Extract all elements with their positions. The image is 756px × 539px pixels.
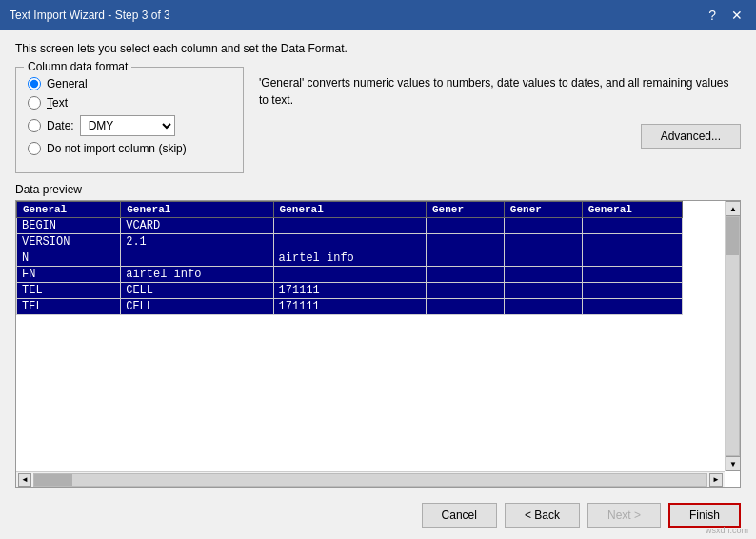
table-cell: FN [17,267,121,283]
dialog-body: This screen lets you select each column … [0,30,756,539]
preview-table: GeneralGeneralGeneralGenerGenerGeneral B… [16,201,683,315]
table-cell: TEL [17,299,121,315]
table-cell: N [17,250,121,267]
table-cell: BEGIN [17,218,121,234]
preview-col-header: Gener [427,202,505,218]
table-cell: airtel info [121,267,273,283]
scroll-left-arrow[interactable]: ◄ [18,473,31,487]
table-cell [582,218,682,234]
radio-text[interactable] [28,96,41,110]
title-bar-controls: ? ✕ [705,9,746,22]
table-cell [427,267,505,283]
table-cell [427,234,505,250]
h-scroll-thumb [34,474,72,486]
vertical-scrollbar[interactable]: ▲ ▼ [725,201,740,471]
intro-text: This screen lets you select each column … [15,42,741,55]
close-button[interactable]: ✕ [727,9,746,22]
table-cell [582,299,682,315]
v-scroll-thumb [726,217,739,255]
preview-col-header: General [17,202,121,218]
table-cell: 171111 [273,299,426,315]
table-cell [504,267,582,283]
table-cell [273,234,426,250]
table-cell [427,218,505,234]
table-cell [273,267,426,283]
column-data-format-group: Column data format General Text Date: DM… [15,67,244,173]
help-button[interactable]: ? [705,9,720,22]
table-cell [504,218,582,234]
table-cell: VCARD [121,218,273,234]
table-cell [504,299,582,315]
left-panel: Column data format General Text Date: DM… [15,67,244,173]
radio-row-text: Text [28,96,231,110]
table-row: TELCELL171111 [17,283,683,299]
cancel-button[interactable]: Cancel [422,503,497,528]
back-button[interactable]: < Back [505,503,580,528]
preview-border: GeneralGeneralGeneralGenerGenerGeneral B… [15,200,741,488]
date-format-select[interactable]: DMY MDY YMD YDM MYD DYM [80,115,175,136]
preview-label: Data preview [15,183,741,196]
right-panel: 'General' converts numeric values to num… [259,67,741,173]
radio-skip[interactable] [28,142,41,155]
label-text[interactable]: Text [47,96,68,110]
title-bar: Text Import Wizard - Step 3 of 3 ? ✕ [0,0,756,30]
table-cell: airtel info [273,250,426,267]
table-cell: 2.1 [121,234,273,250]
table-row: FNairtel info [17,267,683,283]
content-area: Column data format General Text Date: DM… [15,67,741,173]
v-scroll-track[interactable] [726,216,740,456]
preview-body: BEGINVCARDVERSION2.1Nairtel infoFNairtel… [17,218,683,315]
advanced-button[interactable]: Advanced... [641,124,741,149]
h-scroll-track[interactable] [33,473,707,487]
radio-row-general: General [28,77,231,90]
radio-date[interactable] [28,119,41,132]
table-cell [427,250,505,267]
scroll-up-arrow[interactable]: ▲ [726,201,741,216]
label-date[interactable]: Date: [47,119,74,132]
table-cell [582,283,682,299]
next-button[interactable]: Next > [587,503,661,528]
watermark: wsxdn.com [706,526,748,535]
table-cell [504,250,582,267]
preview-col-header: General [273,202,426,218]
button-row: Cancel < Back Next > Finish [15,495,741,528]
table-cell [504,283,582,299]
preview-col-header: General [121,202,273,218]
scroll-right-arrow[interactable]: ► [709,473,723,487]
table-cell [121,250,273,267]
table-cell: CELL [121,283,273,299]
table-cell: VERSION [17,234,121,250]
radio-general[interactable] [28,77,41,90]
table-row: BEGINVCARD [17,218,683,234]
preview-header-row: GeneralGeneralGeneralGenerGenerGeneral [17,202,683,218]
table-cell [427,299,505,315]
preview-col-header: General [582,202,682,218]
table-cell [504,234,582,250]
table-row: VERSION2.1 [17,234,683,250]
preview-table-wrapper[interactable]: GeneralGeneralGeneralGenerGenerGeneral B… [16,201,725,471]
preview-section: Data preview GeneralGeneralGeneralGenerG… [15,183,741,488]
table-cell [273,218,426,234]
preview-col-header: Gener [504,202,582,218]
table-cell: 171111 [273,283,426,299]
radio-row-skip: Do not import column (skip) [28,142,231,155]
radio-row-date: Date: DMY MDY YMD YDM MYD DYM [28,115,231,136]
horizontal-scrollbar[interactable]: ◄ ► [16,471,725,487]
description-text: 'General' converts numeric values to num… [259,74,741,109]
label-general[interactable]: General [47,77,88,90]
table-cell [427,283,505,299]
table-cell [582,267,682,283]
table-row: Nairtel info [17,250,683,267]
scroll-down-arrow[interactable]: ▼ [726,456,741,471]
table-cell: TEL [17,283,121,299]
table-cell [582,234,682,250]
label-skip[interactable]: Do not import column (skip) [47,142,187,155]
dialog-title: Text Import Wizard - Step 3 of 3 [10,9,170,22]
table-row: TELCELL171111 [17,299,683,315]
table-cell: CELL [121,299,273,315]
table-cell [582,250,682,267]
group-legend: Column data format [24,60,131,73]
finish-button[interactable]: Finish [668,503,741,528]
